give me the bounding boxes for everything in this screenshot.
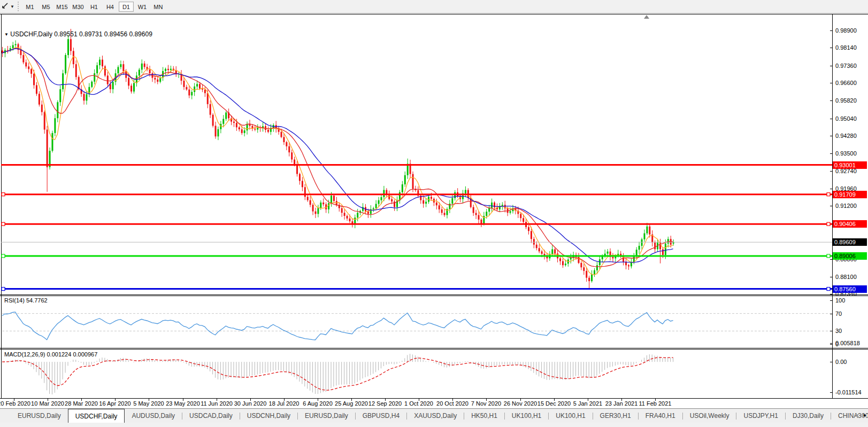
price-level-label: 0.89609 (833, 238, 867, 246)
date-label: 5 May 2020 (133, 400, 164, 407)
price-axis-label: 0.98900 (835, 27, 857, 34)
date-label: 7 Nov 2020 (471, 400, 501, 407)
top-toolbar: ▼ M1M5M15M30H1H4D1W1MN (0, 0, 868, 13)
tab-usdcad-daily[interactable]: USDCAD,Daily (182, 409, 240, 423)
tab-eurusd-daily[interactable]: EURUSD,Daily (298, 409, 355, 423)
price-axis-tick (830, 277, 833, 277)
date-label: 26 Nov 2020 (504, 400, 537, 407)
price-axis-tick (830, 331, 833, 331)
timeframe-button-w1[interactable]: W1 (135, 2, 150, 12)
chart-tab-bar: EURUSD,DailyUSDCHF,DailyAUDUSD,DailyUSDC… (0, 408, 868, 423)
date-label: 5 Jan 2021 (573, 400, 602, 407)
chart-shift-marker[interactable] (644, 15, 649, 19)
price-axis-tick (830, 100, 833, 101)
price-level-label: 0.93001 (833, 161, 867, 169)
price-level-label: 0.87560 (833, 285, 867, 293)
tab-ger30-h1[interactable]: GER30,H1 (593, 409, 638, 423)
main-chart-canvas[interactable] (0, 14, 832, 294)
tab-dj30-daily[interactable]: DJ30,Daily (786, 409, 831, 423)
price-axis-label: 0.93500 (835, 150, 857, 157)
cursor-tool-icon[interactable] (1, 2, 9, 11)
date-label: 10 Mar 2020 (31, 400, 64, 407)
tab-usdchf-daily[interactable]: USDCHF,Daily (68, 409, 125, 423)
rsi-axis-label: 30 (835, 328, 842, 334)
tab-scroll-right-icon[interactable]: ▸ (863, 412, 866, 418)
date-label: 11 Feb 2021 (639, 400, 672, 407)
chart-ohlc-values: 0.89551 0.89731 0.89456 0.89609 (54, 30, 152, 38)
timeframe-button-h4[interactable]: H4 (103, 2, 118, 12)
macd-axis-label: -0.011514 (835, 389, 862, 395)
date-axis[interactable]: 20 Feb 202010 Mar 202028 Mar 202016 Apr … (0, 399, 868, 408)
timeframe-button-m5[interactable]: M5 (39, 2, 53, 12)
tab-hk50-h1[interactable]: HK50,H1 (464, 409, 504, 423)
chart-title-collapse-icon[interactable]: ▼ (4, 32, 9, 37)
date-label: 15 Dec 2020 (537, 400, 571, 407)
rsi-axis-label: 70 (835, 310, 842, 317)
timeframe-button-group: M1M5M15M30H1H4D1W1MN (22, 2, 166, 12)
price-axis-tick (830, 189, 833, 189)
macd-axis-label: 0.00 (835, 359, 847, 365)
price-axis-tick (830, 119, 833, 119)
date-label: 1 Oct 2020 (404, 400, 433, 407)
price-axis-tick (830, 48, 833, 48)
price-axis-tick (830, 392, 833, 393)
price-axis-label: 0.95040 (835, 115, 857, 122)
price-axis-tick (830, 344, 833, 345)
tab-fra40-h1[interactable]: FRA40,H1 (639, 409, 682, 423)
tab-xauusd-daily[interactable]: XAUUSD,Daily (407, 409, 464, 423)
price-axis-label: 0.88100 (835, 274, 857, 280)
price-level-label: 0.91709 (833, 191, 867, 198)
price-axis-label: 0.98140 (835, 44, 857, 51)
date-label: 11 Jun 2020 (201, 400, 233, 407)
timeframe-button-m1[interactable]: M1 (22, 2, 37, 12)
timeframe-button-h1[interactable]: H1 (87, 2, 102, 12)
rsi-panel-bottom-border (0, 348, 868, 348)
tab-usoil-weekly[interactable]: USOil,Weekly (683, 409, 736, 423)
tab-scroll-left-icon[interactable]: ◂ (855, 412, 858, 418)
date-label: 20 Oct 2020 (436, 400, 468, 407)
rsi-axis-label: 100 (835, 297, 845, 304)
timeframe-button-m30[interactable]: M30 (71, 2, 86, 12)
tab-usdjpy-h1[interactable]: USDJPY,H1 (736, 409, 785, 423)
window-bottom-fill (0, 423, 868, 427)
date-label: 25 Aug 2020 (335, 400, 368, 407)
price-axis-tick (830, 206, 833, 206)
timeframe-button-mn[interactable]: MN (151, 2, 166, 12)
tab-usdcnh-daily[interactable]: USDCNH,Daily (240, 409, 297, 423)
tab-audusd-daily[interactable]: AUDUSD,Daily (125, 409, 182, 423)
date-label: 6 Aug 2020 (303, 400, 333, 407)
tab-bar-spacer (0, 409, 11, 423)
price-axis-tick (830, 83, 833, 83)
macd-axis-label: 0.005818 (835, 340, 860, 346)
date-label: 12 Sep 2020 (368, 400, 402, 407)
main-panel-bottom-border (0, 294, 868, 295)
timeframe-button-m15[interactable]: M15 (55, 2, 70, 12)
price-axis-label: 0.96600 (835, 80, 857, 86)
toolbar-grip (18, 2, 19, 11)
rsi-indicator-canvas[interactable] (0, 296, 832, 348)
tab-uk100-h1[interactable]: UK100,H1 (505, 409, 548, 423)
rsi-label: RSI(14) 54.7762 (4, 297, 48, 304)
tab-uk100-h1[interactable]: UK100,H1 (549, 409, 592, 423)
timeframe-button-d1[interactable]: D1 (119, 2, 134, 12)
price-axis-label: 0.91200 (835, 203, 857, 209)
chart-region: ▼ USDCHF,Daily 0.89551 0.89731 0.89456 0… (0, 14, 868, 399)
tab-gbpusd-h4[interactable]: GBPUSD,H4 (356, 409, 406, 423)
tab-scroll-arrows: ◂ ▸ (855, 412, 866, 418)
date-label: 28 Mar 2020 (65, 400, 98, 407)
date-label: 18 Jul 2020 (269, 400, 299, 407)
price-axis-tick (830, 136, 833, 136)
date-label: 30 Jun 2020 (234, 400, 267, 407)
price-axis-tick (830, 294, 833, 294)
price-level-label: 0.90406 (833, 220, 867, 228)
date-label: 20 Feb 2020 (0, 400, 30, 407)
price-axis-label: 0.97360 (835, 63, 857, 69)
cursor-tool-dropdown-icon[interactable]: ▼ (10, 4, 14, 9)
date-label: 16 Apr 2020 (99, 400, 130, 407)
price-level-label: 0.89006 (833, 252, 867, 260)
price-axis-tick (830, 66, 833, 66)
macd-indicator-canvas[interactable] (0, 350, 832, 398)
tab-eurusd-daily[interactable]: EURUSD,Daily (11, 409, 68, 423)
price-axis-tick (830, 30, 833, 31)
price-axis-tick (830, 153, 833, 154)
